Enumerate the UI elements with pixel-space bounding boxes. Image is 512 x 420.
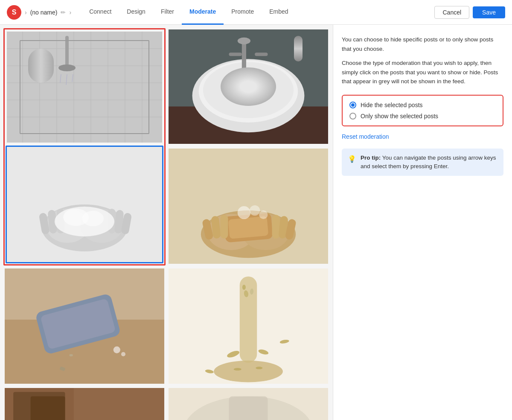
main-content: You can choose to hide specific posts or… xyxy=(0,25,512,420)
svg-rect-68 xyxy=(240,277,257,363)
tab-embed[interactable]: Embed xyxy=(262,0,296,25)
svg-point-74 xyxy=(256,367,262,369)
svg-point-50 xyxy=(250,205,260,216)
radio-hide-option[interactable]: Hide the selected posts xyxy=(349,102,496,108)
nav-tabs: Connect Design Filter Moderate Promote E… xyxy=(81,0,296,24)
posts-grid xyxy=(3,28,329,420)
svg-rect-84 xyxy=(229,396,268,420)
tab-design[interactable]: Design xyxy=(119,0,153,25)
radio-show-circle xyxy=(349,113,356,120)
post-image xyxy=(169,29,328,144)
moderation-type-group: Hide the selected posts Only show the se… xyxy=(342,95,503,126)
cancel-button[interactable]: Cancel xyxy=(434,6,469,19)
svg-rect-65 xyxy=(70,354,73,356)
post-item[interactable] xyxy=(167,28,329,146)
svg-point-36 xyxy=(203,62,294,118)
reset-moderation-link[interactable]: Reset moderation xyxy=(342,133,503,140)
svg-point-51 xyxy=(259,210,268,219)
post-item[interactable] xyxy=(6,30,163,144)
pro-tip-box: 💡 Pro tip: You can navigate the posts us… xyxy=(342,149,503,176)
tab-filter[interactable]: Filter xyxy=(153,0,182,25)
tab-moderate[interactable]: Moderate xyxy=(182,0,224,25)
pro-tip-label: Pro tip: xyxy=(361,155,381,161)
post-item[interactable] xyxy=(167,147,329,265)
post-image xyxy=(5,388,164,420)
bulb-icon: 💡 xyxy=(348,154,356,164)
pro-tip-content: You can navigate the posts using arrow k… xyxy=(361,155,496,169)
feed-area[interactable] xyxy=(0,25,333,420)
svg-line-16 xyxy=(60,74,61,83)
svg-rect-41 xyxy=(229,52,242,56)
tab-promote[interactable]: Promote xyxy=(224,0,262,25)
svg-rect-42 xyxy=(255,52,268,56)
save-button[interactable]: Save xyxy=(473,6,505,18)
pro-tip-text: Pro tip: You can navigate the posts usin… xyxy=(361,154,497,171)
breadcrumb-chevron-1: › xyxy=(25,9,27,16)
svg-point-40 xyxy=(238,38,250,44)
panel-description-1: You can choose to hide specific posts or… xyxy=(342,35,503,53)
post-image xyxy=(7,32,162,143)
svg-point-62 xyxy=(113,347,120,353)
svg-rect-81 xyxy=(74,388,164,420)
svg-rect-14 xyxy=(65,36,69,66)
edit-icon[interactable]: ✏ xyxy=(61,9,66,16)
post-item[interactable] xyxy=(167,267,329,385)
svg-point-77 xyxy=(242,285,246,290)
logo[interactable]: S xyxy=(7,5,21,20)
radio-hide-label: Hide the selected posts xyxy=(361,102,423,108)
svg-point-67 xyxy=(214,361,283,382)
post-item[interactable] xyxy=(3,267,166,385)
post-item[interactable] xyxy=(6,146,163,263)
post-image xyxy=(169,149,328,264)
svg-point-15 xyxy=(58,64,76,71)
radio-show-option[interactable]: Only show the selected posts xyxy=(349,113,496,120)
svg-point-38 xyxy=(246,97,251,102)
app-header: S › (no name) ✏ › Connect Design Filter … xyxy=(0,0,512,25)
svg-rect-80 xyxy=(31,396,65,420)
svg-rect-54 xyxy=(220,215,228,239)
right-panel: You can choose to hide specific posts or… xyxy=(333,25,512,420)
svg-point-49 xyxy=(238,206,250,219)
svg-line-18 xyxy=(72,74,73,82)
tab-connect[interactable]: Connect xyxy=(81,0,119,25)
svg-rect-48 xyxy=(228,216,269,239)
feed-name: (no name) xyxy=(30,9,58,16)
breadcrumb-chevron-2: › xyxy=(69,9,71,16)
radio-show-label: Only show the selected posts xyxy=(361,113,438,120)
post-image xyxy=(169,388,328,420)
header-actions: Cancel Save xyxy=(434,6,505,19)
post-item[interactable] xyxy=(167,387,329,420)
svg-rect-55 xyxy=(272,215,280,239)
svg-point-63 xyxy=(121,352,125,356)
radio-hide-circle xyxy=(349,102,356,108)
post-image xyxy=(169,268,328,384)
post-item[interactable] xyxy=(3,387,166,420)
svg-point-73 xyxy=(234,368,241,370)
post-image xyxy=(7,147,162,262)
post-image xyxy=(5,268,164,384)
svg-rect-39 xyxy=(242,42,246,76)
svg-point-31 xyxy=(82,211,104,226)
selected-posts-group xyxy=(3,28,166,265)
svg-line-17 xyxy=(66,74,67,85)
panel-description-2: Choose the type of moderation that you w… xyxy=(342,58,503,86)
svg-rect-0 xyxy=(7,32,162,143)
svg-point-37 xyxy=(243,95,253,105)
